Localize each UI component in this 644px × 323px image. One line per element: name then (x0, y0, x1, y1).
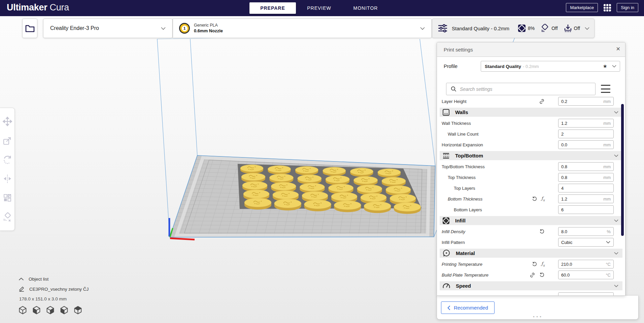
setting-input-printing-temperature[interactable]: 210.0°C (558, 260, 614, 268)
cura-app: Ultimaker Cura PREPARE PREVIEW MONITOR M… (0, 0, 644, 323)
per-model-settings-tool[interactable] (3, 193, 12, 203)
coin-model[interactable] (334, 201, 361, 212)
marketplace-button[interactable]: Marketplace (566, 3, 598, 12)
move-tool[interactable] (3, 117, 12, 126)
setting-input-bottom-thickness[interactable]: 1.2mm (558, 194, 614, 203)
star-icon[interactable]: ★ (603, 63, 607, 69)
setting-label: Horizontal Expansion (442, 142, 483, 147)
section-material[interactable]: Material (440, 249, 622, 258)
section-walls[interactable]: Walls (440, 108, 622, 117)
view-front-button[interactable] (32, 306, 41, 315)
open-file-button[interactable] (22, 19, 37, 38)
setting-label: Top Thickness (448, 175, 476, 180)
coin-model[interactable] (269, 174, 293, 183)
setting-input-print-speed[interactable]: 50.0mm/s (558, 292, 614, 295)
setting-select-infill-pattern[interactable]: Cubic (558, 238, 614, 247)
mirror-tool[interactable] (3, 174, 12, 183)
section-top-bottom[interactable]: Top/Bottom (440, 151, 622, 160)
chevron-down-icon (614, 111, 618, 114)
apps-grid-icon[interactable] (604, 4, 611, 11)
coin-model[interactable] (326, 176, 349, 185)
coin-model[interactable] (394, 203, 421, 214)
coin-model[interactable] (295, 166, 318, 175)
support-blocker-tool[interactable] (3, 212, 12, 222)
setting-label: Build Plate Temperature (442, 273, 488, 278)
settings-scrollbar[interactable] (621, 104, 624, 236)
coin-model[interactable] (240, 165, 263, 174)
print-settings-header[interactable]: Print settings ✕ (437, 42, 625, 57)
close-icon[interactable]: ✕ (616, 46, 620, 52)
link-icon[interactable] (539, 99, 545, 104)
view-3d-button[interactable] (19, 306, 28, 315)
reset-icon[interactable] (539, 229, 545, 234)
extruder-1-icon: 1 (179, 23, 190, 34)
coin-model[interactable] (382, 177, 406, 187)
reset-icon[interactable] (532, 261, 537, 267)
coin-model[interactable] (364, 202, 391, 213)
coin-model[interactable] (298, 175, 321, 184)
setting-label: Infill Density (442, 229, 465, 234)
chevron-down-icon (585, 27, 589, 30)
formula-icon[interactable]: ƒx (541, 261, 545, 267)
print-settings-title: Print settings (444, 47, 473, 52)
coin-model[interactable] (244, 198, 271, 210)
setting-input-wall-line-count[interactable]: 2 (558, 130, 614, 138)
coin-model[interactable] (378, 169, 401, 178)
setting-row-top-thickness: Top Thickness0.8mm (442, 173, 620, 182)
view-right-button[interactable] (74, 306, 83, 315)
tab-preview[interactable]: PREVIEW (296, 2, 342, 14)
tab-prepare[interactable]: PREPARE (249, 2, 296, 14)
profile-dropdown[interactable]: Standard Quality - 0.2mm ★ (481, 61, 620, 72)
coin-model[interactable] (350, 168, 373, 177)
setting-input-bottom-layers[interactable]: 6 (558, 205, 614, 214)
search-placeholder: Search settings (460, 86, 493, 92)
setting-input-horizontal-expansion[interactable]: 0.0mm (558, 140, 614, 149)
setting-input-layer-height[interactable]: 0.2mm (558, 97, 614, 106)
rotate-tool[interactable] (3, 155, 12, 165)
material-selector[interactable]: 1 Generic PLA 0.6mm Nozzle (173, 19, 432, 38)
object-item[interactable]: CE3PRO_vsechny zetony ČJ (19, 286, 89, 292)
view-top-button[interactable] (46, 306, 55, 315)
setting-input-build-plate-temperature[interactable]: 60.0°C (558, 271, 614, 279)
section-title: Material (456, 250, 475, 256)
coin-model[interactable] (268, 166, 291, 175)
coin-model[interactable] (304, 200, 331, 211)
move-icon (3, 117, 12, 126)
formula-icon[interactable]: ƒx (541, 196, 545, 202)
setting-input-top-bottom-thickness[interactable]: 0.8mm (558, 162, 614, 171)
profile-suffix: - 0.2mm (523, 64, 539, 69)
view-3d-cube-icon (19, 306, 28, 315)
coin-model[interactable] (274, 199, 301, 210)
settings-menu-icon[interactable] (601, 85, 610, 93)
blocker-icon (3, 212, 12, 222)
recommended-button[interactable]: Recommended (441, 301, 495, 314)
tab-monitor[interactable]: MONITOR (342, 2, 389, 14)
setting-input-top-layers[interactable]: 4 (558, 184, 614, 192)
coin-model[interactable] (354, 176, 378, 186)
scale-tool[interactable] (3, 136, 12, 145)
support-summary: Off (541, 24, 557, 33)
setting-input-wall-thickness[interactable]: 1.2mm (558, 119, 614, 128)
sign-in-button[interactable]: Sign in (617, 3, 638, 12)
coin-model[interactable] (323, 167, 346, 176)
section-infill[interactable]: Infill (440, 216, 622, 225)
search-input[interactable]: Search settings (446, 83, 596, 95)
mirror-icon (3, 174, 12, 183)
reset-icon[interactable] (532, 196, 537, 202)
section-title: Walls (455, 109, 468, 115)
coin-model[interactable] (241, 173, 265, 182)
reset-icon[interactable] (539, 272, 545, 278)
setting-label: Top Layers (454, 186, 475, 191)
setting-input-infill-density[interactable]: 8.0% (558, 227, 614, 236)
object-list-toggle[interactable]: Object list (19, 277, 89, 282)
setting-row-print-speed: Print Speed50.0mm/s (442, 292, 620, 295)
setting-label: Layer Height (442, 99, 467, 104)
link-icon[interactable] (530, 272, 535, 278)
print-settings-summary[interactable]: Standard Quality - 0.2mm 8% Off Off (432, 19, 595, 38)
view-left-button[interactable] (60, 306, 69, 315)
setting-input-top-thickness[interactable]: 0.8mm (558, 173, 614, 182)
panel-drag-handle[interactable]: ••• (533, 315, 543, 319)
setting-label: Bottom Layers (454, 207, 482, 212)
section-speed[interactable]: Speed (440, 281, 622, 290)
printer-selector[interactable]: Creality Ender-3 Pro (43, 19, 173, 38)
